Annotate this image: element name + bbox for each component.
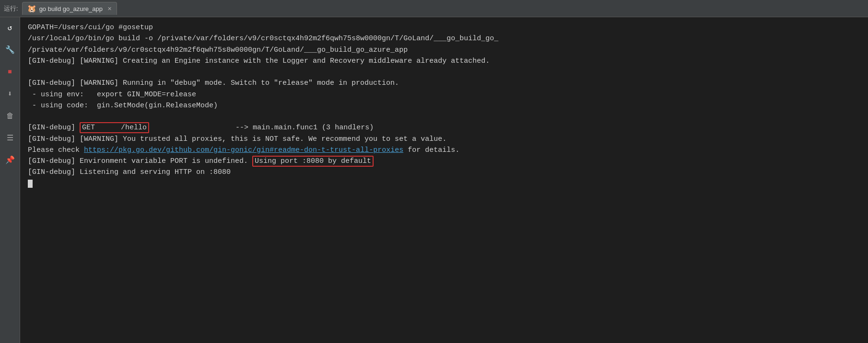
terminal-line-10: [GIN-debug] GET /hello --> main.main.fun… [28, 122, 860, 133]
proxy-link[interactable]: https://pkg.go.dev/github.com/gin-gonic/… [84, 146, 403, 154]
sidebar: ↺ 🔧 ■ ⬇ 🗑 ☰ 📌 [0, 17, 20, 343]
list-icon[interactable]: ☰ [3, 131, 17, 145]
terminal-line-6: [GIN-debug] [WARNING] Running in "debug"… [28, 78, 860, 89]
terminal-line-14: [GIN-debug] Listening and serving HTTP o… [28, 167, 860, 178]
tab-name: go build go_azure_app [39, 5, 103, 12]
terminal-line-4: [GIN-debug] [WARNING] Creating an Engine… [28, 56, 860, 67]
terminal-line-3: /private/var/folders/v9/cr0sctqx4h92m2f6… [28, 45, 860, 56]
terminal-line-11: [GIN-debug] [WARNING] You trusted all pr… [28, 134, 860, 145]
terminal-line-15 [28, 178, 860, 189]
terminal-line-7: - using env: export GIN_MODE=release [28, 89, 860, 100]
terminal-output: GOPATH=/Users/cui/go #gosetup /usr/local… [20, 17, 868, 343]
port-undefined-prefix: [GIN-debug] Environment variable PORT is… [28, 157, 252, 165]
pin-icon[interactable]: 📌 [3, 153, 17, 167]
terminal-cursor [28, 180, 33, 188]
terminal-line-13: [GIN-debug] Environment variable PORT is… [28, 156, 860, 167]
terminal-line-8: - using code: gin.SetMode(gin.ReleaseMod… [28, 100, 860, 111]
terminal-line-1: GOPATH=/Users/cui/go #gosetup [28, 22, 860, 33]
refresh-icon[interactable]: ↺ [3, 21, 17, 34]
top-bar: 运行: 🐹 go build go_azure_app ✕ [0, 0, 868, 17]
gin-debug-prefix: [GIN-debug] [28, 124, 80, 132]
main-content: ↺ 🔧 ■ ⬇ 🗑 ☰ 📌 GOPATH=/Users/cui/go #gose… [0, 17, 868, 343]
download-icon[interactable]: ⬇ [3, 87, 17, 101]
stop-icon[interactable]: ■ [3, 65, 17, 79]
terminal-line-2: /usr/local/go/bin/go build -o /private/v… [28, 33, 860, 44]
terminal-line-9 [28, 111, 860, 122]
run-label: 运行: [4, 4, 18, 13]
run-tab[interactable]: 🐹 go build go_azure_app ✕ [22, 2, 117, 15]
tab-close-button[interactable]: ✕ [107, 6, 112, 12]
terminal-line-5 [28, 67, 860, 78]
trash-icon[interactable]: 🗑 [3, 109, 17, 123]
port-8080-highlight: Using port :8080 by default [252, 156, 374, 167]
get-hello-highlight: GET /hello [80, 122, 149, 133]
tab-icon: 🐹 [27, 4, 36, 13]
wrench-icon[interactable]: 🔧 [3, 43, 17, 57]
terminal-line-12: Please check https://pkg.go.dev/github.c… [28, 145, 860, 156]
gin-debug-suffix: --> main.main.func1 (3 handlers) [149, 124, 374, 132]
